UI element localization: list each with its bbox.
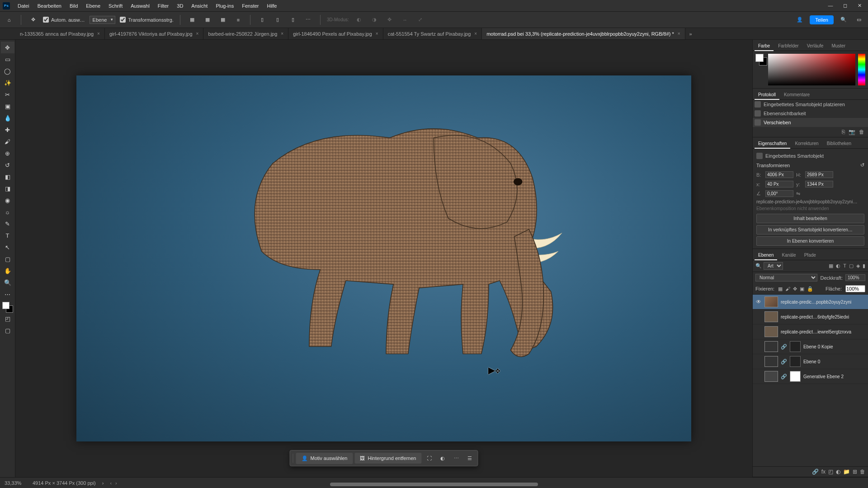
convert-linked-button[interactable]: In verknüpftes Smartobjekt konvertieren… (756, 225, 864, 235)
menu-filter[interactable]: Filter (154, 3, 173, 9)
share-button[interactable]: Teilen (810, 15, 834, 24)
canvas-area[interactable]: ▶✥ 👤 Motiv auswählen 🖼 Hintergrund entfe… (15, 40, 752, 477)
tab-color[interactable]: Farbe (755, 42, 774, 51)
tab-close-icon[interactable]: × (474, 31, 477, 36)
history-item[interactable]: Eingebettetes Smartobjekt platzieren (753, 100, 868, 109)
layer-dropdown[interactable]: Ebene (90, 16, 116, 24)
layer-name[interactable]: Ebene 0 Kopie (803, 344, 865, 349)
horizontal-scrollbar[interactable] (330, 483, 538, 486)
layer-thumbnail[interactable] (764, 311, 778, 322)
auto-select-checkbox[interactable]: Autom. ausw… (43, 17, 85, 23)
menu-layer[interactable]: Ebene (82, 3, 104, 9)
x-input[interactable] (765, 181, 793, 188)
tab-close-icon[interactable]: × (376, 31, 378, 36)
tab-channels[interactable]: Kanäle (778, 251, 799, 260)
canvas[interactable]: ▶✥ (76, 75, 691, 441)
foreground-color[interactable] (2, 302, 9, 309)
layer-thumbnail[interactable] (764, 296, 778, 307)
hue-strip[interactable] (858, 54, 865, 85)
blend-mode-select[interactable]: Normal (755, 274, 817, 282)
align-left-icon[interactable]: ▦ (187, 14, 198, 25)
tab-comments[interactable]: Kommentare (780, 90, 813, 99)
gradient-tool[interactable]: ◨ (1, 183, 14, 194)
tab-layers[interactable]: Ebenen (755, 251, 777, 260)
layer-row[interactable]: 🔗 Ebene 0 Kopie (753, 339, 868, 354)
lasso-tool[interactable]: ◯ (1, 65, 14, 77)
tab-history[interactable]: Protokoll (755, 90, 779, 100)
color-swatches[interactable] (2, 302, 13, 313)
y-input[interactable] (805, 181, 833, 188)
history-brush-tool[interactable]: ↺ (1, 159, 14, 171)
delete-layer-icon[interactable]: 🗑 (860, 469, 865, 475)
document-tab[interactable]: n-1335365 annca auf Pixabay.jpg× (15, 28, 105, 39)
lock-pixels-icon[interactable]: 🖌 (785, 286, 790, 292)
transform-controls-input[interactable] (120, 17, 126, 23)
stamp-tool[interactable]: ⊕ (1, 147, 14, 159)
dodge-tool[interactable]: ☼ (1, 206, 14, 218)
link-layers-icon[interactable]: 🔗 (812, 469, 819, 475)
tab-overflow-icon[interactable]: » (685, 28, 696, 39)
snapshot-icon[interactable]: 📷 (849, 129, 855, 135)
menu-3d[interactable]: 3D (173, 3, 187, 9)
layer-thumbnail[interactable] (764, 341, 778, 352)
tab-libraries[interactable]: Bibliotheken (823, 139, 855, 148)
lock-transparency-icon[interactable]: ▦ (778, 286, 783, 292)
wand-tool[interactable]: ✨ (1, 77, 14, 89)
document-tab[interactable]: barbed-wire-250822 Jürgen.jpg× (203, 28, 288, 39)
tab-adjustments[interactable]: Korrekturen (791, 139, 822, 148)
menu-file[interactable]: Datei (14, 3, 33, 9)
prev-arrow-icon[interactable]: ‹ (110, 480, 112, 486)
reset-icon[interactable]: ↺ (860, 162, 864, 168)
flip-horizontal-icon[interactable]: ⇋ (796, 191, 800, 197)
lock-all-icon[interactable]: 🔒 (807, 286, 813, 292)
document-tab[interactable]: girl-1846490 Pexels auf Pixabay.jpg× (288, 28, 383, 39)
tab-paths[interactable]: Pfade (801, 251, 820, 260)
layer-thumbnail[interactable] (764, 326, 778, 337)
tab-close-icon[interactable]: × (281, 31, 283, 36)
eraser-tool[interactable]: ◧ (1, 171, 14, 183)
more-tools[interactable]: ⋯ (1, 288, 14, 300)
link-icon[interactable]: 🔗 (781, 344, 787, 350)
menu-view[interactable]: Ansicht (187, 3, 212, 9)
maximize-icon[interactable]: ◻ (842, 3, 848, 9)
menu-window[interactable]: Fenster (238, 3, 263, 9)
align-center-icon[interactable]: ▦ (202, 14, 213, 25)
filter-adjust-icon[interactable]: ◐ (836, 263, 840, 269)
layer-name[interactable]: replicate-predict…iewrel5ergtznxva (781, 329, 865, 334)
status-chevron-icon[interactable]: › (102, 480, 104, 486)
distribute-icon[interactable]: ≡ (233, 14, 244, 25)
heal-tool[interactable]: ✚ (1, 124, 14, 136)
frame-tool[interactable]: ▣ (1, 100, 14, 112)
edit-contents-button[interactable]: Inhalt bearbeiten (756, 214, 864, 223)
delete-state-icon[interactable]: 🗑 (859, 129, 864, 135)
history-item-current[interactable]: Verschieben (753, 118, 868, 127)
hand-tool[interactable]: ✋ (1, 265, 14, 277)
zoom-tool[interactable]: 🔍 (1, 277, 14, 288)
menu-type[interactable]: Schrift (104, 3, 127, 9)
screenmode-tool[interactable]: ▢ (1, 324, 14, 336)
convert-layers-button[interactable]: In Ebenen konvertieren (756, 236, 864, 246)
width-input[interactable] (765, 171, 793, 178)
layer-row[interactable]: replicate-predict…iewrel5ergtznxva (753, 324, 868, 339)
visibility-icon[interactable]: 👁 (755, 299, 762, 305)
align-bottom-icon[interactable]: ▯ (288, 14, 298, 25)
layer-thumbnail[interactable] (764, 356, 778, 367)
layer-name[interactable]: replicate-predict…6nbyfgfe25iedxi (781, 314, 865, 319)
angle-input[interactable] (765, 190, 793, 197)
menu-edit[interactable]: Bearbeiten (33, 3, 66, 9)
filter-shape-icon[interactable]: ▢ (849, 263, 854, 269)
workspace-icon[interactable]: ▭ (854, 14, 864, 25)
tab-close-icon[interactable]: × (97, 31, 100, 36)
layer-filter-kind[interactable]: Art (764, 262, 783, 270)
search-icon[interactable]: 🔍 (838, 14, 849, 25)
new-layer-icon[interactable]: ⊞ (853, 469, 857, 475)
pen-tool[interactable]: ✎ (1, 218, 14, 230)
filter-toggle-icon[interactable]: ▮ (863, 263, 865, 269)
user-icon[interactable]: 👤 (794, 14, 805, 25)
align-top-icon[interactable]: ▯ (257, 14, 268, 25)
layer-row[interactable]: replicate-predict…6nbyfgfe25iedxi (753, 310, 868, 324)
tab-gradients[interactable]: Verläufe (803, 42, 827, 51)
more-align-icon[interactable]: ⋯ (303, 14, 314, 25)
minimize-icon[interactable]: — (827, 3, 834, 9)
layer-name[interactable]: replicate-predic…popbb2oyuy2zyni (781, 300, 865, 305)
